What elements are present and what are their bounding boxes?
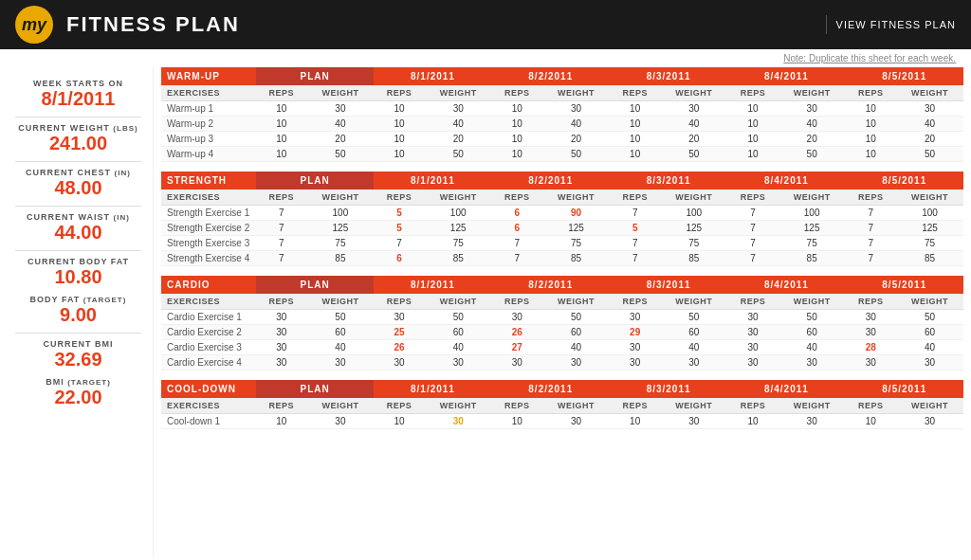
reps-cell: 10	[492, 101, 542, 117]
reps-cell: 30	[727, 355, 778, 370]
reps-cell: 10	[727, 117, 778, 132]
weight-cell: 85	[896, 251, 963, 266]
reps-cell: 10	[846, 414, 896, 429]
col-weight-3: WEIGHT	[660, 190, 727, 206]
reps-cell: 10	[374, 147, 424, 162]
weight-cell: 125	[896, 221, 963, 236]
weight-cell: 50	[425, 147, 492, 162]
reps-cell: 30	[256, 355, 306, 370]
reps-cell: 5	[374, 221, 424, 236]
exercise-name-cell: Cardio Exercise 4	[161, 355, 256, 370]
reps-cell: 7	[374, 236, 424, 251]
weight-cell: 30	[896, 355, 963, 370]
col-weight-1: WEIGHT	[425, 398, 492, 414]
weight-cell: 50	[779, 147, 846, 162]
sidebar: WEEK STARTS ON 8/1/2011 CURRENT WEIGHT (…	[0, 67, 154, 557]
section-header-reps-2-0: PLAN	[256, 276, 374, 294]
section-cardio: CARDIOPLAN8/1/20118/2/20118/3/20118/4/20…	[161, 276, 963, 370]
weight-cell: 75	[896, 236, 963, 251]
col-weight-4: WEIGHT	[779, 294, 846, 310]
reps-cell: 7	[610, 251, 660, 266]
bodyfat-label: CURRENT BODY FAT	[15, 257, 141, 266]
weight-cell: 50	[660, 310, 727, 325]
weight-cell: 60	[542, 325, 610, 340]
weight-value: 241.00	[15, 133, 141, 154]
weight-cell: 30	[896, 414, 963, 429]
reps-cell: 6	[492, 221, 542, 236]
section-header-reps-2-3: 8/3/2011	[610, 276, 727, 294]
col-weight-4: WEIGHT	[779, 85, 846, 101]
weight-cell: 50	[896, 147, 963, 162]
weight-cell: 20	[779, 132, 846, 147]
weight-cell: 100	[660, 206, 727, 221]
table-row: Strength Exercise 1710051006907100710071…	[161, 206, 963, 221]
section-strength: STRENGTHPLAN8/1/20118/2/20118/3/20118/4/…	[161, 172, 963, 266]
weight-cell: 75	[425, 236, 492, 251]
col-weight-5: WEIGHT	[896, 294, 963, 310]
col-weight-1: WEIGHT	[425, 85, 492, 101]
weight-cell: 30	[425, 414, 492, 429]
weight-cell: 30	[660, 101, 727, 117]
table-row: Cardio Exercise 330402640274030403040284…	[161, 340, 963, 355]
reps-cell: 10	[374, 117, 424, 132]
weight-cell: 30	[542, 414, 610, 429]
table-row: Warm-up 2104010401040104010401040	[161, 117, 963, 132]
col-weight-2: WEIGHT	[542, 398, 610, 414]
col-reps-2: REPS	[492, 398, 542, 414]
reps-cell: 30	[727, 325, 778, 340]
reps-cell: 30	[846, 325, 896, 340]
bmi-value: 32.69	[15, 349, 141, 370]
col-reps-5: REPS	[846, 294, 896, 310]
table-row: Cool-down 1103010301030103010301030	[161, 414, 963, 429]
weight-cell: 20	[542, 132, 610, 147]
col-weight-5: WEIGHT	[896, 398, 963, 414]
reps-cell: 10	[846, 132, 896, 147]
weight-cell: 20	[896, 132, 963, 147]
weight-cell: 125	[306, 221, 374, 236]
weight-cell: 50	[896, 310, 963, 325]
reps-cell: 10	[256, 414, 306, 429]
bmi-label: CURRENT BMI	[15, 339, 141, 349]
view-fitness-plan-button[interactable]: VIEW FITNESS PLAN	[836, 19, 956, 30]
weight-cell: 30	[306, 355, 374, 370]
waist-item: CURRENT WAIST (IN) 44.00	[15, 212, 141, 243]
col-exercises: EXERCISES	[161, 398, 256, 414]
main-content: WEEK STARTS ON 8/1/2011 CURRENT WEIGHT (…	[0, 67, 971, 557]
weight-cell: 40	[896, 340, 963, 355]
reps-cell: 10	[610, 117, 660, 132]
reps-cell: 30	[610, 340, 660, 355]
table-row: Strength Exercise 3775775775775775775	[161, 236, 963, 251]
bodyfat-item: CURRENT BODY FAT 10.80	[15, 257, 141, 287]
weight-cell: 20	[306, 132, 374, 147]
reps-cell: 10	[374, 101, 424, 117]
reps-cell: 10	[610, 147, 660, 162]
section-header-reps-3-1: 8/1/2011	[374, 380, 491, 398]
table-area: WARM-UPPLAN8/1/20118/2/20118/3/20118/4/2…	[154, 67, 971, 557]
weight-cell: 40	[306, 117, 374, 132]
weight-cell: 40	[660, 340, 727, 355]
bmi-target-value: 22.00	[15, 387, 141, 407]
weight-cell: 90	[542, 206, 610, 221]
exercise-name-cell: Cardio Exercise 1	[161, 310, 256, 325]
col-reps-0: REPS	[256, 398, 306, 414]
weight-cell: 40	[542, 340, 610, 355]
weight-cell: 75	[660, 236, 727, 251]
reps-cell: 7	[846, 236, 896, 251]
section-cool-down: COOL-DOWNPLAN8/1/20118/2/20118/3/20118/4…	[161, 380, 963, 429]
weight-cell: 85	[425, 251, 492, 266]
reps-cell: 10	[256, 132, 306, 147]
reps-cell: 10	[256, 147, 306, 162]
reps-cell: 10	[727, 101, 778, 117]
reps-cell: 30	[492, 310, 542, 325]
weight-cell: 40	[660, 117, 727, 132]
weight-cell: 30	[896, 101, 963, 117]
col-weight-2: WEIGHT	[542, 85, 610, 101]
reps-cell: 30	[846, 355, 896, 370]
section-header-reps-1-0: PLAN	[256, 172, 374, 190]
reps-cell: 5	[610, 221, 660, 236]
reps-cell: 30	[846, 310, 896, 325]
bmi-target-label: BMI (TARGET)	[15, 377, 141, 387]
col-reps-4: REPS	[727, 294, 778, 310]
reps-cell: 26	[374, 340, 424, 355]
reps-cell: 7	[727, 251, 778, 266]
